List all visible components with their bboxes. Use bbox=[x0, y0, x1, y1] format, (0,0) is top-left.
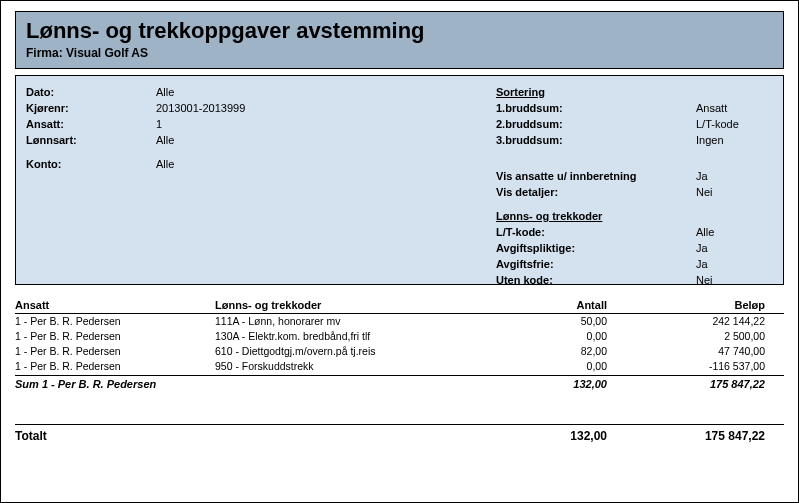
b1-label: 1.bruddsum: bbox=[496, 100, 676, 116]
total-antall: 132,00 bbox=[515, 429, 625, 443]
konto-value: Alle bbox=[156, 156, 336, 172]
params-right-values: Ansatt L/T-kode Ingen Ja Nei Alle Ja Ja … bbox=[696, 84, 776, 288]
avf-label: Avgiftsfrie: bbox=[496, 256, 676, 272]
col-belop: Beløp bbox=[625, 299, 765, 311]
total-belop: 175 847,22 bbox=[625, 429, 765, 443]
lonnsart-label: Lønnsart: bbox=[26, 132, 146, 156]
table-row: 1 - Per B. R. Pedersen 111A - Lønn, hono… bbox=[15, 314, 784, 329]
params-right-labels: Sortering 1.bruddsum: 2.bruddsum: 3.brud… bbox=[496, 84, 676, 288]
col-koder: Lønns- og trekkoder bbox=[215, 299, 515, 311]
report-table: Ansatt Lønns- og trekkoder Antall Beløp … bbox=[15, 299, 784, 443]
vis-ans-value: Ja bbox=[696, 168, 776, 184]
vis-det-label: Vis detaljer: bbox=[496, 184, 676, 208]
lt-label: L/T-kode: bbox=[496, 224, 676, 240]
table-header: Ansatt Lønns- og trekkoder Antall Beløp bbox=[15, 299, 784, 314]
ansatt-label: Ansatt: bbox=[26, 116, 146, 132]
report-params: Dato: Kjørenr: Ansatt: Lønnsart: Konto: … bbox=[15, 75, 784, 285]
report-title: Lønns- og trekkoppgaver avstemming bbox=[26, 18, 773, 44]
col-antall: Antall bbox=[515, 299, 625, 311]
sum-row: Sum 1 - Per B. R. Pedersen 132,00 175 84… bbox=[15, 375, 784, 390]
sum-antall: 132,00 bbox=[515, 378, 625, 390]
params-left-values: Alle 2013001-2013999 1 Alle Alle bbox=[156, 84, 336, 172]
b2-label: 2.bruddsum: bbox=[496, 116, 676, 132]
dato-label: Dato: bbox=[26, 84, 146, 100]
uten-label: Uten kode: bbox=[496, 272, 676, 288]
sum-label: Sum 1 - Per B. R. Pedersen bbox=[15, 378, 515, 390]
report-firma: Firma: Visual Golf AS bbox=[26, 46, 773, 60]
table-row: 1 - Per B. R. Pedersen 130A - Elektr.kom… bbox=[15, 329, 784, 344]
total-label: Totalt bbox=[15, 429, 515, 443]
vis-ans-label: Vis ansatte u/ innberetning bbox=[496, 168, 676, 184]
avp-label: Avgiftspliktige: bbox=[496, 240, 676, 256]
avp-value: Ja bbox=[696, 240, 776, 256]
lt-value: Alle bbox=[696, 224, 776, 240]
lonnsart-value: Alle bbox=[156, 132, 336, 156]
b2-value: L/T-kode bbox=[696, 116, 776, 132]
ansatt-value: 1 bbox=[156, 116, 336, 132]
report-header: Lønns- og trekkoppgaver avstemming Firma… bbox=[15, 11, 784, 69]
sum-belop: 175 847,22 bbox=[625, 378, 765, 390]
koder-head: Lønns- og trekkoder bbox=[496, 208, 676, 224]
params-left-labels: Dato: Kjørenr: Ansatt: Lønnsart: Konto: bbox=[26, 84, 146, 172]
konto-label: Konto: bbox=[26, 156, 146, 172]
col-ansatt: Ansatt bbox=[15, 299, 215, 311]
vis-det-value: Nei bbox=[696, 184, 776, 208]
total-row: Totalt 132,00 175 847,22 bbox=[15, 424, 784, 443]
b3-label: 3.bruddsum: bbox=[496, 132, 676, 156]
kjorenr-value: 2013001-2013999 bbox=[156, 100, 336, 116]
avf-value: Ja bbox=[696, 256, 776, 272]
table-row: 1 - Per B. R. Pedersen 610 - Diettgodtgj… bbox=[15, 344, 784, 359]
dato-value: Alle bbox=[156, 84, 336, 100]
uten-value: Nei bbox=[696, 272, 776, 288]
sortering-head: Sortering bbox=[496, 84, 676, 100]
kjorenr-label: Kjørenr: bbox=[26, 100, 146, 116]
table-row: 1 - Per B. R. Pedersen 950 - Forskuddstr… bbox=[15, 359, 784, 374]
b1-value: Ansatt bbox=[696, 100, 776, 116]
b3-value: Ingen bbox=[696, 132, 776, 156]
